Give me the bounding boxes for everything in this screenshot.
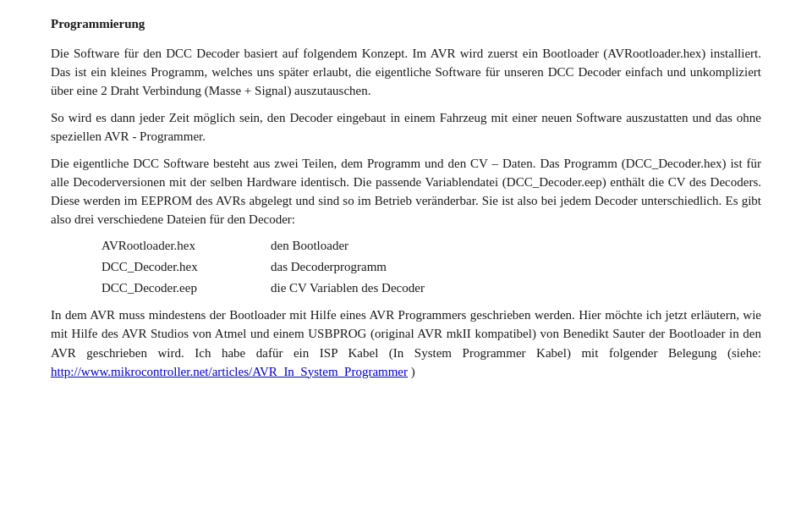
mikrocontroller-link[interactable]: http://www.mikrocontroller.net/articles/… bbox=[51, 365, 408, 378]
file-desc-1: den Bootloader bbox=[271, 237, 348, 256]
file-desc-2: das Decoderprogramm bbox=[271, 258, 387, 277]
file-name-1: AVRootloader.hex bbox=[102, 237, 271, 256]
paragraph-3: Die eigentliche DCC Software besteht aus… bbox=[51, 154, 761, 229]
paragraph-4: In dem AVR muss mindestens der Bootloade… bbox=[51, 306, 761, 380]
paragraph-2: So wird es dann jeder Zeit möglich sein,… bbox=[51, 108, 761, 146]
file-desc-3: die CV Variablen des Decoder bbox=[271, 279, 425, 298]
file-row: DCC_Decoder.eep die CV Variablen des Dec… bbox=[102, 279, 761, 298]
file-row: AVRootloader.hex den Bootloader bbox=[102, 237, 761, 256]
page-content: Programmierung Die Software für den DCC … bbox=[51, 15, 761, 381]
file-row: DCC_Decoder.hex das Decoderprogramm bbox=[102, 258, 761, 277]
file-name-3: DCC_Decoder.eep bbox=[102, 279, 271, 298]
file-list: AVRootloader.hex den Bootloader DCC_Deco… bbox=[51, 237, 761, 297]
file-name-2: DCC_Decoder.hex bbox=[102, 258, 271, 277]
section-title: Programmierung bbox=[51, 15, 761, 34]
paragraph-1: Die Software für den DCC Decoder basiert… bbox=[51, 44, 761, 100]
